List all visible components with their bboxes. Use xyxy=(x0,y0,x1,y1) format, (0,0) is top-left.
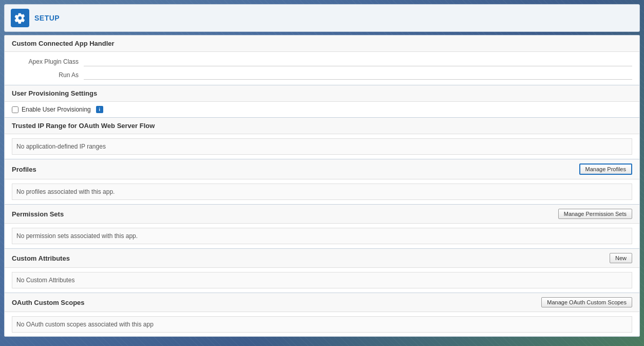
field-value-run-as xyxy=(84,70,632,80)
manage-oauth-scopes-button[interactable]: Manage OAuth Custom Scopes xyxy=(541,297,632,307)
section-permission-sets: Permission Sets Manage Permission Sets N… xyxy=(5,205,639,249)
oauth-custom-scopes-empty-message: No OAuth custom scopes associated with t… xyxy=(12,316,632,333)
field-value-apex-plugin xyxy=(84,57,632,66)
section-body-custom-connected-app: Apex Plugin Class Run As xyxy=(5,52,639,85)
section-header-user-provisioning: User Provisioning Settings xyxy=(5,85,639,102)
field-label-apex-plugin: Apex Plugin Class xyxy=(12,58,84,65)
main-content: Custom Connected App Handler Apex Plugin… xyxy=(4,35,640,337)
setup-icon-box xyxy=(11,9,29,27)
new-custom-attribute-button[interactable]: New xyxy=(610,253,632,263)
field-row-run-as: Run As xyxy=(12,68,632,82)
info-icon-provisioning[interactable]: i xyxy=(96,106,103,113)
section-title-custom-connected-app: Custom Connected App Handler xyxy=(12,40,115,47)
custom-attributes-empty-message: No Custom Attributes xyxy=(12,272,632,288)
field-label-run-as: Run As xyxy=(12,71,84,79)
trusted-ip-empty-message: No application-defined IP ranges xyxy=(12,138,632,155)
section-custom-attributes: Custom Attributes New No Custom Attribut… xyxy=(5,249,639,293)
enable-user-provisioning-checkbox[interactable] xyxy=(12,106,18,113)
section-header-trusted-ip: Trusted IP Range for OAuth Web Server Fl… xyxy=(5,118,639,134)
header-title: SETUP xyxy=(34,14,60,22)
enable-user-provisioning-label: Enable User Provisioning xyxy=(22,106,91,113)
section-title-profiles: Profiles xyxy=(12,166,36,173)
section-header-custom-attributes: Custom Attributes New xyxy=(5,249,639,268)
section-trusted-ip: Trusted IP Range for OAuth Web Server Fl… xyxy=(5,118,639,159)
section-title-user-provisioning: User Provisioning Settings xyxy=(12,89,97,97)
profiles-empty-message: No profiles associated with this app. xyxy=(12,184,632,200)
section-title-permission-sets: Permission Sets xyxy=(12,210,64,218)
section-user-provisioning: User Provisioning Settings Enable User P… xyxy=(5,85,639,118)
section-title-oauth-custom-scopes: OAuth Custom Scopes xyxy=(12,299,85,306)
section-title-custom-attributes: Custom Attributes xyxy=(12,254,70,262)
gear-icon xyxy=(14,12,26,24)
section-header-oauth-custom-scopes: OAuth Custom Scopes Manage OAuth Custom … xyxy=(5,293,639,312)
section-header-profiles: Profiles Manage Profiles xyxy=(5,159,639,179)
section-custom-connected-app: Custom Connected App Handler Apex Plugin… xyxy=(5,35,639,85)
section-header-permission-sets: Permission Sets Manage Permission Sets xyxy=(5,205,639,224)
manage-permission-sets-button[interactable]: Manage Permission Sets xyxy=(558,209,632,219)
checkbox-row-enable-provisioning: Enable User Provisioning i xyxy=(5,102,639,117)
field-row-apex-plugin: Apex Plugin Class xyxy=(12,55,632,68)
header-bar: SETUP xyxy=(4,4,640,32)
section-oauth-custom-scopes: OAuth Custom Scopes Manage OAuth Custom … xyxy=(5,293,639,337)
permission-sets-empty-message: No permission sets associated with this … xyxy=(12,228,632,244)
manage-profiles-button[interactable]: Manage Profiles xyxy=(579,163,633,175)
section-header-custom-connected-app: Custom Connected App Handler xyxy=(5,35,639,52)
section-profiles: Profiles Manage Profiles No profiles ass… xyxy=(5,159,639,205)
app-wrapper: SETUP Custom Connected App Handler Apex … xyxy=(0,0,644,346)
section-title-trusted-ip: Trusted IP Range for OAuth Web Server Fl… xyxy=(12,122,155,130)
